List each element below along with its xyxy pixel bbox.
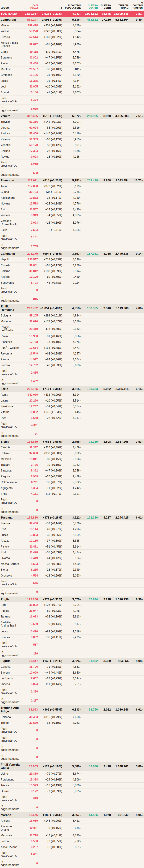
contagi-popolazione-cell: 5,162% xyxy=(63,84,82,89)
numero-morti-cell xyxy=(98,798,112,800)
luogo-cell: Bergamo xyxy=(0,55,21,60)
contagi-popolazione-cell: 5,953% xyxy=(63,136,82,142)
delta-cell: +4 (+0,05%) xyxy=(38,213,63,218)
numero-morti-cell xyxy=(98,458,112,460)
province-row: Fuori provincia/P.A. 1.141 xyxy=(0,233,144,242)
province-row: In aggiornamento 1.765 xyxy=(0,242,144,251)
contagi-popolazione-cell: 4,296% xyxy=(63,526,82,532)
numero-morti-cell xyxy=(98,424,112,427)
contagi-popolazione-cell: 3,559% xyxy=(63,532,82,538)
province-row: Grosseto 4.554 +13 (+0,29%) 2,063% xyxy=(0,573,144,579)
numero-guariti-cell xyxy=(82,258,98,261)
delta-cell: +49 (+0,27%) xyxy=(38,526,63,532)
percent-suffix: % xyxy=(80,631,81,633)
percent-suffix: % xyxy=(80,441,81,443)
contagi-tamponi-cell xyxy=(129,470,144,472)
contagi-popolazione-cell: 2,382% xyxy=(63,479,82,485)
numero-morti-cell xyxy=(98,509,112,512)
numero-guariti-cell xyxy=(82,534,98,536)
numero-guariti-cell xyxy=(82,51,98,53)
luogo-cell: Rovigo xyxy=(0,154,21,159)
province-row: Verona 60.624 +53 (+0,09%) 6,516% xyxy=(0,125,144,130)
tamponi-totali-cell xyxy=(112,270,129,272)
contagi-popolazione-cell: 3,857% xyxy=(63,251,82,257)
casi-totali-cell: 12.702 xyxy=(21,363,38,368)
luogo-cell: Livorno xyxy=(0,555,21,561)
numero-guariti-cell xyxy=(82,276,98,278)
region-row: Veneto 312.695 +510 (+0,16%) 6,372% 269.… xyxy=(0,113,144,119)
numero-morti-cell xyxy=(98,738,112,741)
percent-suffix: % xyxy=(80,616,81,618)
luogo-cell: Gorizia xyxy=(0,788,21,794)
casi-totali-cell: 10.009 xyxy=(21,670,38,676)
contagi-popolazione-cell: 3,914% xyxy=(63,544,82,550)
numero-morti-cell xyxy=(98,411,112,413)
delta-cell: +718 (+0,53%) xyxy=(38,257,63,262)
luogo-cell: Barletta-Andria-Trani xyxy=(0,620,21,629)
contagi-tamponi-cell: 6,01% xyxy=(129,515,144,521)
province-row: In aggiornamento 0 xyxy=(0,859,144,868)
contagi-popolazione-cell: 2,913% xyxy=(63,614,82,619)
numero-morti-cell xyxy=(98,487,112,489)
delta-cell xyxy=(38,862,63,865)
luogo-cell: Prato xyxy=(0,550,21,555)
casi-totali-cell: 55.676 xyxy=(21,812,38,818)
numero-guariti-cell xyxy=(82,405,98,408)
contagi-tamponi-cell xyxy=(129,539,144,542)
casi-totali-cell: 5.334 xyxy=(21,485,38,491)
province-row: Macerata 11.798 +13 (+0,11%) 3,780% xyxy=(0,833,144,838)
casi-totali-cell: 8.319 xyxy=(21,213,38,218)
percent-suffix: % xyxy=(80,341,81,343)
contagi-popolazione-cell: 5,891% xyxy=(63,142,82,148)
numero-morti-cell xyxy=(98,464,112,466)
numero-morti-cell xyxy=(98,68,112,70)
percent-suffix: % xyxy=(80,328,81,330)
numero-morti-cell xyxy=(98,493,112,495)
tamponi-totali-cell: 5.682.564 xyxy=(112,17,129,23)
contagi-popolazione-cell: 4,424% xyxy=(63,550,82,555)
province-row: Roma 147.070 +432 (+0,29%) 3,394% xyxy=(0,392,144,398)
delta-cell xyxy=(38,644,63,646)
delta-cell xyxy=(38,245,63,248)
province-row: Rieti 6.658 +28 (+0,42%) 4,317% xyxy=(0,415,144,421)
contagi-popolazione-cell: 4,236% xyxy=(63,262,82,268)
percent-suffix: % xyxy=(142,441,143,443)
delta-cell xyxy=(38,107,63,110)
delta-cell: +188 (+0,59%) xyxy=(38,268,63,274)
delta-cell: +11 (+0,14%) xyxy=(38,681,63,687)
luogo-cell: Bolzano xyxy=(0,714,21,720)
contagi-tamponi-cell xyxy=(129,132,144,135)
province-row: Lucca 13.833 +35 (+0,25%) 3,559% xyxy=(0,532,144,538)
numero-morti-cell xyxy=(98,24,112,27)
numero-morti-cell xyxy=(98,229,112,231)
contagi-popolazione-cell xyxy=(63,756,82,758)
numero-guariti-cell xyxy=(82,610,98,612)
numero-guariti-cell xyxy=(82,424,98,427)
luogo-cell: Milano xyxy=(0,23,21,28)
delta-cell xyxy=(38,729,63,732)
delta-cell: +62 (+0,38%) xyxy=(38,351,63,356)
percent-suffix: % xyxy=(142,13,143,15)
contagi-tamponi-cell xyxy=(129,347,144,349)
delta-cell: +3 (+0,05%) xyxy=(38,838,63,844)
delta-cell: +35 (+0,57%) xyxy=(38,479,63,485)
tamponi-totali-cell: 1.817.208 xyxy=(112,439,129,445)
contagi-tamponi-cell xyxy=(129,56,144,59)
casi-totali-cell: 27.580 xyxy=(21,720,38,726)
percent-suffix: % xyxy=(80,784,81,786)
table-header-row: LUOGO CASI TOTALI +Δ % CONTAGI/ POPOLAZI… xyxy=(0,0,144,11)
luogo-cell: Latina xyxy=(0,398,21,403)
casi-totali-cell: 6.658 xyxy=(21,415,38,421)
province-row: Caltanissetta 6.211 +35 (+0,57%) 2,382% xyxy=(0,479,144,485)
numero-guariti-cell xyxy=(82,236,98,239)
contagi-tamponi-cell xyxy=(129,282,144,284)
delta-cell xyxy=(38,591,63,593)
tamponi-totali-cell xyxy=(112,214,129,216)
contagi-popolazione-cell xyxy=(63,289,82,291)
numero-guariti-cell xyxy=(82,551,98,554)
contagi-tamponi-cell xyxy=(129,121,144,123)
contagi-popolazione-cell: 2,906% xyxy=(63,456,82,462)
tamponi-totali-cell: 1.030.246 xyxy=(112,707,129,713)
numero-guariti-cell: 121.330 xyxy=(82,515,98,521)
tamponi-totali-cell xyxy=(112,229,129,231)
